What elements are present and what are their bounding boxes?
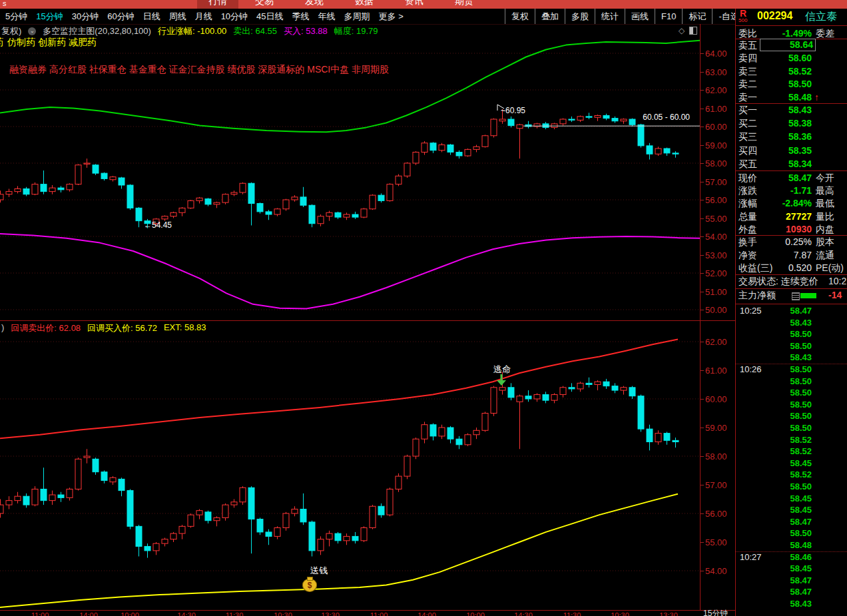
time-axis-label: 14:00	[414, 611, 440, 616]
corner-period-label: 15分钟	[703, 608, 728, 616]
axis-label: 61.00	[705, 104, 734, 114]
ask-label: 卖二	[738, 79, 757, 91]
bid-row[interactable]: 买一58.43	[736, 103, 847, 117]
candle-body	[110, 177, 116, 180]
header-field: 多空监控主图(20,32,80,100)	[43, 25, 151, 37]
ask-label: 卖五	[738, 40, 757, 52]
bid-row[interactable]: 买四58.35	[736, 144, 847, 157]
period-tab[interactable]: 年线	[318, 11, 336, 23]
tick-price: 58.47	[762, 517, 812, 527]
secondary-chart-header: )回调卖出价: 62.08回调买入价: 56.72EXT: 58.83	[1, 322, 206, 334]
menu-item-4[interactable]: 数据	[355, 0, 374, 9]
bid-row[interactable]: 买二58.38	[736, 117, 847, 130]
candle-body	[248, 487, 254, 519]
ask-row[interactable]: 卖二58.50	[736, 77, 847, 90]
period-tab[interactable]: 季线	[292, 11, 310, 23]
candle-body	[447, 428, 453, 439]
candle-body	[283, 200, 289, 209]
bid-price: 58.43	[762, 105, 812, 115]
split-window-icon[interactable]	[689, 27, 697, 35]
candle-body	[101, 472, 107, 481]
ask-row[interactable]: 卖五58.64	[736, 39, 847, 51]
axis-tick	[701, 163, 704, 164]
tick-row: 58.52	[736, 469, 847, 481]
candle-body	[326, 533, 332, 539]
candle-body	[638, 396, 644, 429]
period-tab[interactable]: 45日线	[256, 11, 283, 23]
toolbar-button[interactable]: 复权	[505, 9, 535, 24]
info-label2: 股本	[816, 236, 834, 248]
period-tab[interactable]: 5分钟	[5, 11, 27, 23]
axis-tick	[701, 72, 704, 73]
escape-arrow-head	[497, 380, 506, 386]
axis-tick	[701, 571, 704, 571]
chart-corner-icons: ◇	[679, 27, 697, 35]
info-row: 收益(三)0.520PE(动)	[736, 261, 847, 274]
axis-tick	[701, 292, 704, 292]
menu-item-1[interactable]: 行情	[197, 0, 238, 9]
period-tab[interactable]: 多周期	[344, 11, 370, 23]
bid-row[interactable]: 买三58.36	[736, 130, 847, 143]
candle-body	[196, 198, 202, 200]
ask-row[interactable]: 卖一58.48↑	[736, 91, 847, 103]
candle-body	[543, 395, 549, 401]
time-axis-label: 13:30	[655, 611, 682, 616]
candle-body	[32, 184, 38, 194]
candle-body	[0, 505, 3, 513]
secondary-candle-chart[interactable]	[0, 318, 701, 610]
toolbar-button[interactable]: F10	[655, 9, 682, 24]
period-tab[interactable]: 更多 >	[379, 11, 404, 23]
candle-body	[439, 145, 445, 151]
bid-price: 58.34	[762, 158, 812, 169]
tick-row: 58.52	[736, 434, 847, 446]
toolbar-button[interactable]: 叠加	[535, 9, 565, 24]
list-icon[interactable]	[792, 292, 800, 300]
period-tab[interactable]: 月线	[195, 11, 212, 23]
candle-body	[335, 533, 341, 541]
axis-label: 57.00	[705, 480, 734, 490]
escape-signal-label: 逃命	[493, 364, 511, 376]
period-tab[interactable]: 60分钟	[107, 11, 134, 23]
menu-item-2[interactable]: 交易	[255, 0, 274, 9]
toolbar-button[interactable]: 标记	[682, 9, 712, 24]
ask-row[interactable]: 卖四58.60	[736, 51, 847, 64]
candle-body	[543, 124, 549, 128]
bid-row[interactable]: 买五58.34	[736, 157, 847, 170]
ask-row[interactable]: 卖三58.52	[736, 65, 847, 77]
candle-body	[300, 509, 306, 522]
toolbar-button[interactable]: 统计	[595, 9, 625, 24]
tick-price: 58.50	[762, 341, 812, 351]
menu-item-3[interactable]: 发现	[305, 0, 324, 9]
diamond-icon[interactable]: ◇	[679, 27, 685, 35]
candle-body	[647, 146, 653, 154]
axis-label: 56.00	[705, 509, 734, 519]
tick-row: 58.43	[736, 317, 847, 329]
tick-row: 58.45	[736, 504, 847, 516]
time-axis-label: 11:30	[559, 611, 585, 616]
period-tabs: 5分钟15分钟30分钟60分钟日线周线月线10分钟45日线季线年线多周期更多 >	[5, 9, 404, 24]
axis-label: 59.00	[705, 141, 734, 151]
candle-body	[41, 184, 47, 192]
toolbar-button[interactable]: 多股	[565, 9, 595, 24]
candle-body	[136, 208, 142, 220]
period-tab[interactable]: 30分钟	[72, 11, 99, 23]
tick-row: 58.47	[736, 516, 847, 528]
axis-tick	[701, 542, 704, 543]
period-tab[interactable]: 日线	[143, 11, 160, 23]
toolbar-button[interactable]: 画线	[625, 9, 655, 24]
candle-body	[274, 209, 280, 214]
ask-label: 卖三	[738, 66, 757, 78]
axis-tick	[701, 218, 704, 219]
info-value: 0.25%	[762, 236, 812, 247]
period-tab[interactable]: 10分钟	[221, 11, 248, 23]
tick-row: 58.50	[736, 527, 847, 539]
weibi-value: -1.49%	[762, 28, 812, 39]
tick-price: 58.50	[762, 423, 812, 433]
menu-item-6[interactable]: 期货	[455, 0, 473, 9]
collapse-indicator-icon[interactable]: ⌄	[28, 27, 36, 35]
period-tab[interactable]: 15分钟	[36, 11, 63, 23]
menu-item-5[interactable]: 资讯	[405, 0, 424, 9]
period-tab[interactable]: 周线	[169, 11, 186, 23]
tick-price: 58.50	[762, 388, 812, 398]
candle-body	[170, 533, 176, 539]
